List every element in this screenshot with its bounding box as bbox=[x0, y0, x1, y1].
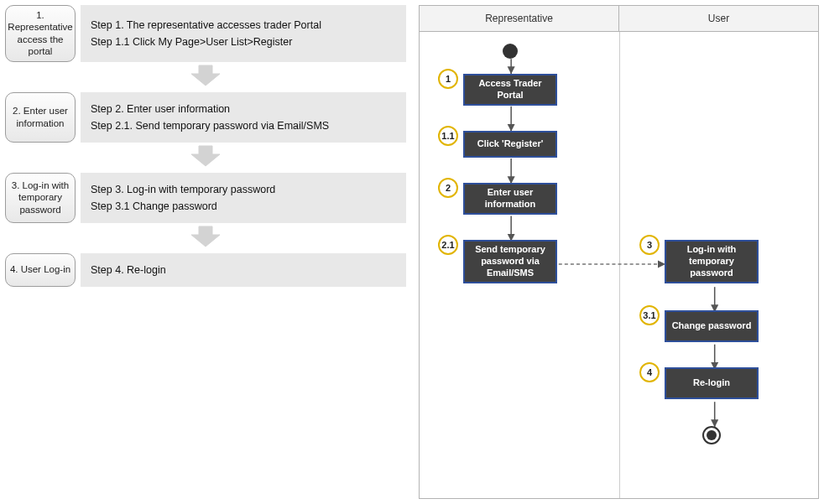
swimlane-body: Access Trader Portal 1 Click 'Register' … bbox=[420, 32, 818, 498]
step-desc-line: Step 3.1 Change password bbox=[91, 198, 396, 215]
end-node-icon bbox=[702, 426, 721, 444]
step-row-2: 2. Enter user information Step 2. Enter … bbox=[5, 92, 406, 143]
swimlane-header: Representative User bbox=[420, 6, 818, 32]
activity-login-temp-password: Log-in with temporary password bbox=[665, 240, 759, 283]
step-tag: 2. Enter user information bbox=[5, 92, 76, 143]
down-arrow bbox=[5, 62, 406, 92]
step-row-1: 1. Representative access the portal Step… bbox=[5, 5, 406, 62]
step-row-3: 3. Log-in with temporary password Step 3… bbox=[5, 173, 406, 223]
step-row-4: 4. User Log-in Step 4. Re-login bbox=[5, 253, 406, 287]
step-desc: Step 3. Log-in with temporary password S… bbox=[81, 173, 406, 223]
badge-1: 1 bbox=[438, 69, 458, 89]
down-arrow bbox=[5, 143, 406, 173]
step-tag: 3. Log-in with temporary password bbox=[5, 173, 76, 223]
step-desc-line: Step 2. Enter user information bbox=[91, 101, 396, 117]
activity-send-temp-password: Send temporary password via Email/SMS bbox=[463, 240, 557, 283]
activity-click-register: Click 'Register' bbox=[463, 131, 557, 158]
lane-header-representative: Representative bbox=[420, 6, 619, 31]
step-tag: 4. User Log-in bbox=[5, 253, 76, 287]
down-arrow bbox=[5, 223, 406, 253]
step-desc: Step 4. Re-login bbox=[81, 253, 406, 287]
badge-2: 2 bbox=[438, 178, 458, 198]
start-node-icon bbox=[503, 44, 518, 59]
activity-re-login: Re-login bbox=[665, 367, 759, 399]
step-desc-line: Step 1. The representative accesses trad… bbox=[91, 17, 396, 34]
activity-change-password: Change password bbox=[665, 310, 759, 342]
activity-access-trader-portal: Access Trader Portal bbox=[463, 74, 557, 106]
step-desc: Step 1. The representative accesses trad… bbox=[81, 5, 406, 62]
badge-1-1: 1.1 bbox=[438, 126, 458, 146]
badge-3-1: 3.1 bbox=[639, 305, 660, 325]
step-desc-line: Step 1.1 Click My Page>User List>Registe… bbox=[91, 34, 396, 50]
left-steps-panel: 1. Representative access the portal Step… bbox=[5, 5, 406, 499]
step-desc-line: Step 2.1. Send temporary password via Em… bbox=[91, 117, 396, 134]
badge-3: 3 bbox=[639, 235, 660, 255]
step-desc-line: Step 4. Re-login bbox=[91, 262, 396, 278]
step-desc: Step 2. Enter user information Step 2.1.… bbox=[81, 92, 406, 143]
step-desc-line: Step 3. Log-in with temporary password bbox=[91, 181, 396, 198]
lane-header-user: User bbox=[619, 6, 818, 31]
swimlane-diagram: Representative User bbox=[419, 5, 819, 499]
step-tag: 1. Representative access the portal bbox=[5, 5, 76, 62]
activity-enter-user-info: Enter user information bbox=[463, 183, 557, 215]
badge-4: 4 bbox=[639, 362, 660, 382]
badge-2-1: 2.1 bbox=[438, 235, 458, 255]
